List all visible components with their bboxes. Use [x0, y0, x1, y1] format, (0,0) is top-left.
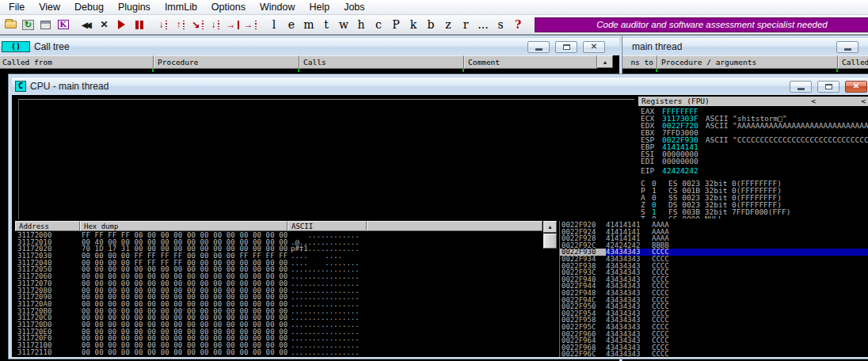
close-process-button[interactable]: ✕ — [96, 17, 112, 33]
column-header-comment[interactable]: Comment — [464, 55, 597, 69]
help-button[interactable]: ? — [509, 17, 527, 33]
scroll-up-button[interactable]: ▲ — [543, 221, 557, 233]
hex-dump-column-headers: AddressHex dumpASCII — [15, 221, 542, 231]
toolbar-letter-button-m[interactable]: m — [300, 17, 318, 33]
call-stack-titlebar[interactable]: main thread — [621, 38, 868, 55]
windows-button[interactable] — [37, 17, 54, 33]
rewind-button[interactable]: ◀◀ — [78, 17, 95, 33]
menu-item-view[interactable]: View — [32, 1, 67, 14]
dump-column-header-address[interactable]: Address — [15, 221, 80, 231]
flag-value: 1 — [648, 187, 668, 194]
scrollbar-thumb[interactable] — [543, 234, 557, 249]
hex-dump-row[interactable]: 3117211000 00 00 00 00 00 00 00 00 00 00… — [15, 349, 542, 356]
close-icon: ✕ — [100, 19, 108, 30]
menu-item-jobs[interactable]: Jobs — [337, 1, 371, 14]
pause-button[interactable] — [131, 17, 147, 33]
flag-name: T — [641, 215, 648, 218]
hiring-banner[interactable]: Code auditor and software assessment spe… — [535, 17, 868, 32]
maximize-button[interactable] — [817, 81, 839, 93]
registers-pane-header[interactable]: Registers (FPU) < < — [638, 97, 868, 106]
toolbar-letter-button-h[interactable]: h — [352, 17, 370, 33]
execute-till-user-code-button[interactable]: → — [242, 17, 258, 33]
toolbar-letter-button-dots[interactable]: ... — [474, 17, 492, 33]
toolbar-letter-button-P[interactable]: P — [387, 17, 405, 33]
register-value: 00000000 — [662, 158, 699, 165]
disassembly-pane[interactable] — [18, 99, 634, 219]
stack-row-data: 43434343CCCC — [606, 331, 868, 338]
hex-dump-pane[interactable]: AddressHex dumpASCII 31172000FF FF FF FF… — [15, 221, 542, 356]
execute-till-return-button[interactable]: → — [224, 17, 241, 33]
rewind-icon: ◀◀ — [82, 21, 91, 29]
menu-item-file[interactable]: File — [2, 1, 32, 14]
close-button[interactable]: ✕ — [583, 41, 605, 53]
column-header-called[interactable]: Called — [838, 55, 868, 69]
restart-button[interactable]: ↻ — [20, 17, 36, 33]
stack-row-data: 43434343CCCC — [606, 263, 868, 270]
stack-row-data: 43434343CCCC — [606, 256, 868, 263]
menu-item-window[interactable]: Window — [253, 1, 302, 14]
dump-column-header-hex-dump[interactable]: Hex dump — [80, 221, 287, 231]
toolbar-letter-button-t[interactable]: t — [318, 17, 335, 33]
minimize-button[interactable] — [836, 41, 858, 53]
open-folder-icon — [5, 21, 17, 28]
register-row-eip[interactable]: EIP42424242 — [638, 167, 868, 174]
call-tree-column-headers: Called fromProcedureCallsComment▲ — [0, 55, 619, 69]
toolbar-letter-button-e[interactable]: e — [283, 17, 300, 33]
menu-item-help[interactable]: Help — [302, 1, 337, 14]
toolbar-letter-button-z[interactable]: z — [440, 17, 457, 33]
step-over-button[interactable]: ↑ — [172, 17, 188, 33]
close-button[interactable]: ✕ — [845, 81, 867, 93]
menu-item-immlib[interactable]: ImmLib — [158, 1, 204, 14]
run-button[interactable] — [113, 17, 130, 33]
toolbar-letter-button-r[interactable]: r — [457, 17, 474, 33]
stack-row-data: 43434343CCCC — [606, 324, 868, 331]
flag-value: 0 — [648, 194, 668, 201]
toolbar-letter-button-c[interactable]: c — [370, 17, 387, 33]
flag-value: 0 — [648, 180, 668, 187]
toolbar-letter-button-k[interactable]: k — [405, 17, 422, 33]
stack-pane[interactable]: 0022F92041414141AAAA0022F92441414141AAAA… — [559, 221, 868, 357]
stack-row-data: 43434343CCCC — [606, 297, 868, 304]
column-header-procedure[interactable]: Procedure — [154, 55, 299, 69]
registers-pane[interactable]: Registers (FPU) < < EAXFFFFFFFFECX311730… — [638, 97, 868, 218]
menu-bar: FileViewDebugPluginsImmLibOptionsWindowH… — [0, 0, 868, 15]
registers-header-chevrons[interactable]: < < — [811, 97, 866, 106]
registers-header-label: Registers (FPU) — [641, 97, 710, 106]
call-tree-scroll-up-button[interactable]: ▲ — [597, 55, 613, 68]
call-tree-titlebar[interactable]: () Call tree ✕ — [0, 38, 619, 55]
stack-row-data: 43434343CCCC — [606, 344, 868, 352]
toolbar-letter-button-w[interactable]: w — [335, 17, 352, 33]
breakpoint-window-button[interactable]: K — [55, 17, 71, 33]
minimize-button[interactable] — [527, 41, 550, 53]
column-header-ns-to[interactable]: ns to — [621, 55, 657, 69]
maximize-button[interactable] — [555, 41, 577, 53]
open-file-button[interactable] — [2, 17, 19, 33]
register-row-edi[interactable]: EDI00000000 — [638, 158, 868, 165]
stack-value: 43434343 — [606, 351, 652, 357]
animate-into-button[interactable]: ↘ — [189, 17, 206, 33]
column-header-called-from[interactable]: Called from — [0, 55, 154, 69]
column-header-procedure-arguments[interactable]: Procedure / arguments — [657, 55, 838, 69]
minimize-button[interactable] — [790, 81, 812, 93]
dump-ascii: ................ — [291, 349, 360, 356]
toolbar-letter-button-l[interactable]: l — [265, 17, 283, 33]
step-into-button[interactable]: ↓ — [154, 17, 171, 33]
stack-row-data: 43434343CCCC — [606, 303, 868, 310]
menu-item-options[interactable]: Options — [204, 1, 253, 14]
animate-into-icon: ↘ — [192, 20, 200, 29]
stack-row[interactable]: 0022F96C43434343CCCC — [560, 351, 868, 357]
toolbar-letter-button-s[interactable]: s — [492, 17, 509, 33]
column-header-calls[interactable]: Calls — [299, 55, 464, 69]
toolbar-letter-button-b[interactable]: b — [422, 17, 440, 33]
call-tree-title: Call tree — [34, 41, 70, 52]
cpu-titlebar[interactable]: C CPU - main thread ✕ — [12, 78, 868, 95]
stack-row-data: 43434343CCCC — [606, 269, 868, 276]
animate-over-button[interactable]: ↓ — [207, 17, 223, 33]
dump-column-header-ascii[interactable]: ASCII — [287, 221, 367, 231]
menu-item-debug[interactable]: Debug — [67, 1, 111, 14]
dump-hex-bytes: 00 00 00 00 00 00 00 00 00 00 00 00 00 0… — [82, 349, 291, 356]
dump-header-filler — [367, 221, 542, 231]
dump-scrollbar[interactable]: ▲ — [543, 221, 557, 356]
play-icon — [118, 20, 125, 29]
menu-item-plugins[interactable]: Plugins — [111, 1, 158, 14]
